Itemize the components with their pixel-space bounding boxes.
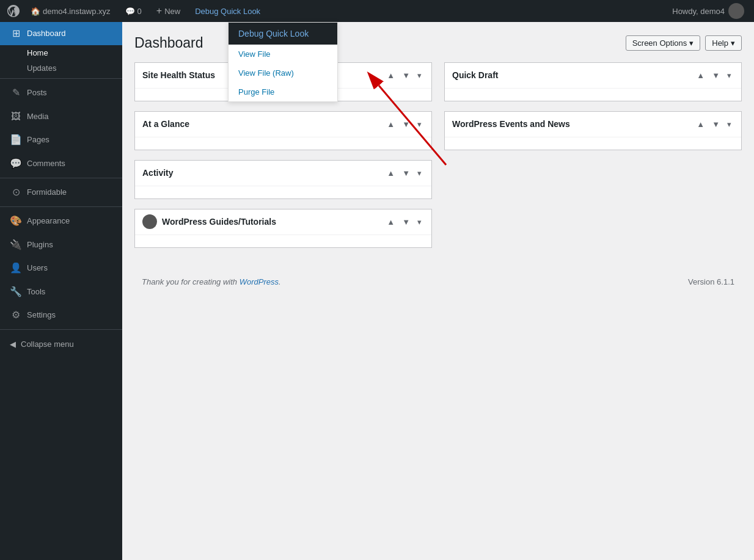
menu-separator-3 [0, 206, 122, 207]
menu-separator-1 [0, 78, 122, 79]
debug-quicklook-item[interactable]: Debug Quick Look [189, 0, 266, 22]
collapse-menu-label: Collapse menu [21, 340, 74, 349]
widget-site-health-title: Site Health Status [142, 70, 215, 80]
widget-wp-events-controls: ▲ ▼ ▾ [694, 118, 734, 130]
widget-activity-title: Activity [142, 168, 174, 178]
debug-dropdown: Debug Quick Look View File View File (Ra… [228, 22, 338, 102]
sidebar-item-users[interactable]: 👤 Users [0, 256, 122, 280]
adminbar-left: 🏠 demo4.instawp.xyz 💬 0 + New Debug Quic… [5, 0, 667, 22]
widget-quick-draft-title: Quick Draft [452, 70, 498, 80]
widget-wp-events-body [445, 137, 741, 150]
plus-icon: + [156, 5, 162, 16]
widget-wp-guides-toggle[interactable]: ▾ [415, 216, 424, 228]
widget-activity: Activity ▲ ▼ ▾ [134, 160, 432, 199]
widget-at-a-glance-down[interactable]: ▼ [400, 118, 412, 130]
widget-wp-events-up[interactable]: ▲ [694, 118, 707, 130]
sidebar-subitem-home[interactable]: Home [0, 45, 122, 60]
sidebar-item-settings[interactable]: ⚙ Settings [0, 304, 122, 327]
widget-quick-draft-toggle[interactable]: ▾ [725, 70, 734, 81]
widget-site-health-toggle[interactable]: ▾ [415, 70, 424, 81]
main-content: Dashboard Screen Options ▾ Help ▾ [122, 22, 754, 560]
debug-dropdown-title: Debug Quick Look [229, 23, 337, 45]
debug-view-file-raw[interactable]: View File (Raw) [229, 64, 337, 82]
new-item[interactable]: + New [150, 0, 186, 22]
footer-credit: Thank you for creating with WordPress. [142, 277, 281, 286]
collapse-icon: ◀ [10, 340, 16, 349]
page-header: Dashboard Screen Options ▾ Help ▾ [134, 34, 742, 53]
screen-options-button[interactable]: Screen Options ▾ [626, 35, 701, 51]
sidebar-item-comments[interactable]: 💬 Comments [0, 152, 122, 175]
sidebar-item-appearance[interactable]: 🎨 Appearance [0, 209, 122, 233]
comments-count: 0 [137, 7, 142, 16]
sidebar-updates-label: Updates [27, 64, 56, 73]
widget-wp-guides-title: WordPress Guides/Tutorials [142, 214, 276, 229]
debug-view-file[interactable]: View File [229, 45, 337, 64]
sidebar-item-plugins[interactable]: 🔌 Plugins [0, 233, 122, 256]
wp-footer: Thank you for creating with WordPress. V… [134, 270, 742, 294]
sidebar-pages-label: Pages [27, 134, 49, 145]
debug-label: Debug Quick Look [195, 7, 260, 16]
widget-activity-controls: ▲ ▼ ▾ [384, 167, 424, 179]
sidebar-item-formidable[interactable]: ⊙ Formidable [0, 181, 122, 204]
widget-activity-toggle[interactable]: ▾ [415, 167, 424, 179]
widget-quick-draft: Quick Draft ▲ ▼ ▾ [444, 62, 742, 101]
wp-guides-avatar [142, 214, 157, 229]
footer-version: Version 6.1.1 [688, 277, 734, 286]
widget-wp-events: WordPress Events and News ▲ ▼ ▾ [444, 111, 742, 150]
widget-activity-down[interactable]: ▼ [400, 167, 412, 179]
version-label: Version 6.1.1 [688, 277, 734, 286]
users-icon: 👤 [10, 261, 22, 275]
sidebar-tools-label: Tools [27, 286, 45, 297]
widget-quick-draft-up[interactable]: ▲ [694, 70, 707, 81]
site-name-item[interactable]: 🏠 demo4.instawp.xyz [24, 0, 117, 22]
widget-wp-events-header: WordPress Events and News ▲ ▼ ▾ [445, 112, 741, 137]
widget-wp-guides-down[interactable]: ▼ [400, 216, 412, 228]
sidebar-item-dashboard[interactable]: ⊞ Dashboard [0, 22, 122, 45]
wordpress-link[interactable]: WordPress [240, 277, 279, 286]
widget-wp-events-toggle[interactable]: ▾ [725, 118, 734, 130]
sidebar-media-label: Media [27, 111, 48, 122]
widget-wp-events-down[interactable]: ▼ [709, 118, 722, 130]
sidebar-item-pages[interactable]: 📄 Pages [0, 128, 122, 151]
sidebar-item-posts[interactable]: ✎ Posts [0, 81, 122, 104]
sidebar-subitem-updates[interactable]: Updates [0, 60, 122, 76]
screen-options-label: Screen Options [632, 38, 687, 48]
howdy-item[interactable]: Howdy, demo4 [667, 3, 749, 19]
tools-icon: 🔧 [10, 285, 22, 299]
widget-quick-draft-controls: ▲ ▼ ▾ [694, 70, 734, 81]
sidebar-item-media[interactable]: 🖼 Media [0, 105, 122, 128]
wp-logo[interactable] [5, 2, 22, 20]
widget-quick-draft-down[interactable]: ▼ [709, 70, 722, 81]
widget-site-health-down[interactable]: ▼ [400, 70, 412, 81]
sidebar-plugins-label: Plugins [27, 239, 53, 250]
help-label: Help [712, 38, 728, 48]
widget-wp-guides-up[interactable]: ▲ [384, 216, 397, 228]
wp-layout: ⊞ Dashboard Home Updates ✎ Posts 🖼 Media… [0, 22, 754, 560]
appearance-icon: 🎨 [10, 214, 22, 228]
widget-at-a-glance-controls: ▲ ▼ ▾ [384, 118, 424, 130]
debug-purge-file[interactable]: Purge File [229, 82, 337, 101]
widget-at-a-glance-toggle[interactable]: ▾ [415, 118, 424, 130]
sidebar-home-label: Home [27, 48, 48, 57]
widget-at-a-glance-title: At a Glance [142, 119, 189, 129]
widget-activity-up[interactable]: ▲ [384, 167, 397, 179]
site-name-label: demo4.instawp.xyz [43, 7, 111, 16]
sidebar-appearance-label: Appearance [27, 216, 70, 227]
sidebar-users-label: Users [27, 263, 48, 274]
widget-at-a-glance-up[interactable]: ▲ [384, 118, 397, 130]
admin-bar: 🏠 demo4.instawp.xyz 💬 0 + New Debug Quic… [0, 0, 754, 22]
widget-wp-guides-controls: ▲ ▼ ▾ [384, 216, 424, 228]
sidebar-item-tools[interactable]: 🔧 Tools [0, 280, 122, 304]
home-icon: 🏠 [31, 7, 40, 16]
widget-site-health-up[interactable]: ▲ [384, 70, 397, 81]
widget-quick-draft-header: Quick Draft ▲ ▼ ▾ [445, 63, 741, 89]
user-avatar [728, 3, 744, 19]
help-button[interactable]: Help ▾ [705, 35, 742, 51]
comments-item[interactable]: 💬 0 [119, 0, 148, 22]
sidebar-comments-label: Comments [27, 158, 65, 169]
collapse-menu-item[interactable]: ◀ Collapse menu [0, 335, 122, 354]
adminbar-right: Howdy, demo4 [667, 3, 749, 19]
widget-wp-events-title: WordPress Events and News [452, 119, 570, 129]
posts-icon: ✎ [10, 86, 22, 100]
new-label: New [164, 7, 180, 16]
